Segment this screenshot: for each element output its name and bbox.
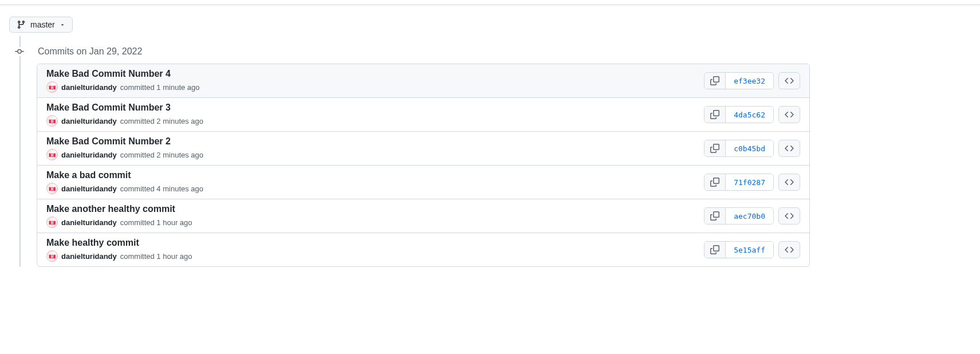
copy-sha-button[interactable] — [705, 107, 726, 123]
commit-title-link[interactable]: Make Bad Commit Number 3 — [46, 103, 704, 113]
commit-time-text: committed 1 minute ago — [120, 83, 200, 92]
code-icon — [785, 76, 794, 85]
author-avatar[interactable]: ▮▯▮ — [46, 183, 58, 194]
copy-icon — [710, 178, 719, 187]
commit-item: Make Bad Commit Number 2 ▮▯▮ danielturid… — [37, 132, 809, 166]
copy-icon — [710, 144, 719, 153]
author-avatar[interactable]: ▮▯▮ — [46, 149, 58, 160]
branch-name: master — [30, 20, 55, 29]
commit-meta: ▮▯▮ danielturidandy committed 2 minutes … — [46, 149, 704, 160]
timeline-line — [19, 36, 21, 267]
author-link[interactable]: danielturidandy — [61, 218, 117, 227]
copy-icon — [710, 245, 719, 254]
commit-actions: 5e15aff — [704, 241, 800, 258]
code-icon — [785, 211, 794, 221]
code-icon — [785, 110, 794, 119]
author-avatar[interactable]: ▮▯▮ — [46, 115, 58, 127]
sha-link[interactable]: ef3ee32 — [726, 73, 773, 89]
sha-link[interactable]: 71f0287 — [726, 174, 773, 190]
commit-actions: aec70b0 — [704, 207, 800, 225]
sha-button-group: 4da5c62 — [704, 106, 774, 123]
browse-repo-button[interactable] — [778, 174, 800, 191]
author-link[interactable]: danielturidandy — [61, 117, 117, 125]
sha-button-group: ef3ee32 — [704, 72, 774, 89]
date-group-label: Commits on Jan 29, 2022 — [38, 46, 142, 57]
commit-time-text: committed 4 minutes ago — [120, 184, 203, 193]
commit-meta: ▮▯▮ danielturidandy committed 1 hour ago — [46, 250, 704, 262]
commit-meta: ▮▯▮ danielturidandy committed 1 minute a… — [46, 81, 704, 93]
commit-info: Make another healthy commit ▮▯▮ danieltu… — [46, 204, 704, 228]
sha-link[interactable]: 5e15aff — [726, 242, 773, 258]
code-icon — [785, 178, 794, 187]
date-group-header: Commits on Jan 29, 2022 — [18, 46, 971, 57]
commit-title-link[interactable]: Make Bad Commit Number 4 — [46, 69, 704, 79]
git-branch-icon — [17, 20, 26, 29]
author-link[interactable]: danielturidandy — [61, 252, 117, 261]
code-icon — [785, 144, 794, 153]
browse-repo-button[interactable] — [778, 72, 800, 89]
sha-button-group: c0b45bd — [704, 140, 774, 157]
author-avatar[interactable]: ▮▯▮ — [46, 250, 58, 262]
browse-repo-button[interactable] — [778, 106, 800, 123]
author-link[interactable]: danielturidandy — [61, 83, 117, 92]
browse-repo-button[interactable] — [778, 140, 800, 157]
sha-button-group: 71f0287 — [704, 174, 774, 191]
commit-info: Make a bad commit ▮▯▮ danielturidandy co… — [46, 170, 704, 194]
copy-sha-button[interactable] — [705, 174, 726, 190]
commit-circle-icon — [15, 47, 24, 56]
commit-time-text: committed 1 hour ago — [120, 218, 192, 227]
commit-info: Make Bad Commit Number 3 ▮▯▮ danielturid… — [46, 103, 704, 127]
commit-title-link[interactable]: Make Bad Commit Number 2 — [46, 136, 704, 147]
commit-item: Make Bad Commit Number 4 ▮▯▮ danielturid… — [37, 64, 809, 98]
sha-link[interactable]: 4da5c62 — [726, 107, 773, 123]
commit-actions: c0b45bd — [704, 140, 800, 157]
commit-actions: 71f0287 — [704, 174, 800, 191]
page-container: master Commits on Jan 29, 2022 Make Bad … — [0, 17, 980, 267]
commit-meta: ▮▯▮ danielturidandy committed 1 hour ago — [46, 217, 704, 228]
commit-actions: ef3ee32 — [704, 72, 800, 89]
commit-title-link[interactable]: Make healthy commit — [46, 238, 704, 248]
commit-timeline: Commits on Jan 29, 2022 Make Bad Commit … — [9, 46, 971, 267]
commit-info: Make Bad Commit Number 2 ▮▯▮ danielturid… — [46, 136, 704, 160]
author-avatar[interactable]: ▮▯▮ — [46, 217, 58, 228]
commit-item: Make another healthy commit ▮▯▮ danieltu… — [37, 199, 809, 233]
copy-sha-button[interactable] — [705, 208, 726, 224]
code-icon — [785, 245, 794, 254]
sha-button-group: aec70b0 — [704, 207, 774, 225]
commit-time-text: committed 2 minutes ago — [120, 117, 203, 125]
commit-title-link[interactable]: Make another healthy commit — [46, 204, 704, 214]
commit-list: Make Bad Commit Number 4 ▮▯▮ danielturid… — [37, 64, 810, 267]
commit-info: Make healthy commit ▮▯▮ danielturidandy … — [46, 238, 704, 262]
branch-selector-button[interactable]: master — [9, 17, 73, 33]
copy-sha-button[interactable] — [705, 140, 726, 156]
top-divider — [0, 5, 980, 5]
commit-item: Make healthy commit ▮▯▮ danielturidandy … — [37, 233, 809, 266]
commit-item: Make a bad commit ▮▯▮ danielturidandy co… — [37, 166, 809, 199]
commit-time-text: committed 2 minutes ago — [120, 151, 203, 159]
author-avatar[interactable]: ▮▯▮ — [46, 81, 58, 93]
commit-item: Make Bad Commit Number 3 ▮▯▮ danielturid… — [37, 98, 809, 132]
commit-meta: ▮▯▮ danielturidandy committed 2 minutes … — [46, 115, 704, 127]
commit-time-text: committed 1 hour ago — [120, 252, 192, 261]
copy-sha-button[interactable] — [705, 73, 726, 89]
commit-title-link[interactable]: Make a bad commit — [46, 170, 704, 180]
browse-repo-button[interactable] — [778, 207, 800, 225]
author-link[interactable]: danielturidandy — [61, 184, 117, 193]
caret-down-icon — [60, 22, 65, 27]
browse-repo-button[interactable] — [778, 241, 800, 258]
copy-icon — [710, 76, 719, 85]
copy-icon — [710, 110, 719, 119]
sha-button-group: 5e15aff — [704, 241, 774, 258]
author-link[interactable]: danielturidandy — [61, 151, 117, 159]
commit-info: Make Bad Commit Number 4 ▮▯▮ danielturid… — [46, 69, 704, 93]
copy-icon — [710, 211, 719, 221]
sha-link[interactable]: aec70b0 — [726, 208, 773, 224]
commit-meta: ▮▯▮ danielturidandy committed 4 minutes … — [46, 183, 704, 194]
commit-actions: 4da5c62 — [704, 106, 800, 123]
copy-sha-button[interactable] — [705, 242, 726, 258]
sha-link[interactable]: c0b45bd — [726, 140, 773, 156]
